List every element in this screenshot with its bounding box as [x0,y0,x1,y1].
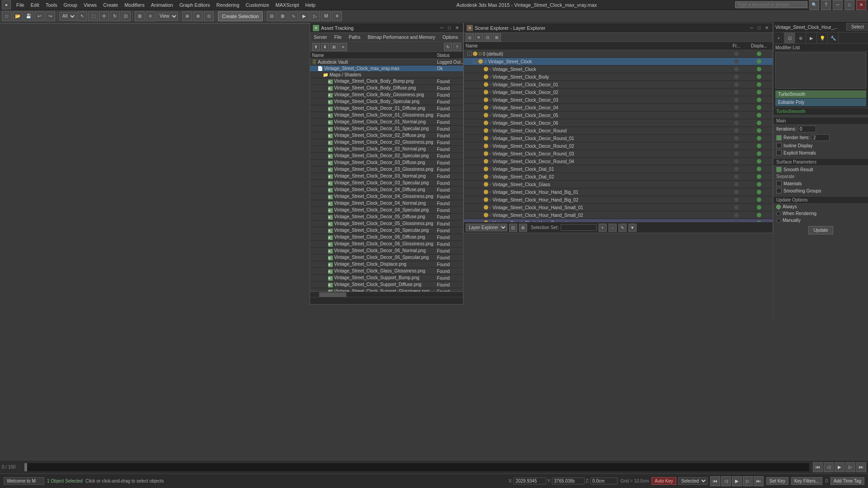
menu-views[interactable]: Views [81,1,99,9]
menu-help[interactable]: Help [302,1,318,9]
scene-tb-btn4[interactable]: ⊞ [493,33,501,42]
ts-always-option[interactable]: Always [774,204,868,210]
redo-btn[interactable]: ↪ [45,11,55,21]
scene-tree-item[interactable]: ○ Vintage_Street_Clock_Decor_Round [464,127,773,135]
asset-menu-bitmap[interactable]: Bitmap Performance and Memory [366,34,437,40]
asset-scrollbar[interactable] [310,291,463,297]
ts-when-rendering-radio[interactable] [776,211,781,216]
ts-explicit-checkbox[interactable] [776,150,782,155]
scene-tree-item[interactable]: ○ Vintage_Street_Clock_Decor_Round_03 [464,150,773,158]
scene-tree-item[interactable]: - ◎ Vintage_Street_Clock [464,58,773,66]
selection-set-input[interactable] [561,224,597,231]
move-btn[interactable]: ✛ [99,11,109,21]
ts-manually-option[interactable]: Manually [774,217,868,223]
asset-row[interactable]: ■Vintage_Street_Clock_Decor_04_Normal.pn… [310,200,463,207]
menu-tools[interactable]: Tools [43,1,60,9]
asset-row[interactable]: ■Vintage_Street_Clock_Decor_06_Glossines… [310,241,463,248]
asset-menu-paths[interactable]: Paths [347,34,363,40]
scene-tree-item[interactable]: ○ Vintage_Street_Clock_Decor_04 [464,104,773,112]
z-coord-input[interactable] [590,478,618,484]
layer-btn[interactable]: ⊠ [278,11,288,21]
asset-row[interactable]: ■Vintage_Street_Clock_Decor_04_Glossines… [310,193,463,200]
asset-row[interactable]: ■Vintage_Street_Clock_Decor_05_Diffuse.p… [310,214,463,221]
scene-tree-item[interactable]: ○ Vintage_Street_Clock_Decor_Round_02 [464,142,773,150]
set-key-button[interactable]: Set Key [766,477,788,485]
scene-tree-item[interactable]: ○ Vintage_Street_Clock_Decor_06 [464,119,773,127]
play-btn[interactable]: ▶ [835,462,844,472]
ts-update-button[interactable]: Update [808,226,833,235]
save-btn[interactable]: 💾 [24,11,33,21]
scene-tree-item[interactable]: ○ Vintage_Street_Clock_Glass [464,181,773,188]
asset-row[interactable]: ■Vintage_Street_Clock_Support_Bump.png F… [310,275,463,282]
asset-row[interactable]: ■Vintage_Street_Clock_Decor_05_Glossines… [310,221,463,227]
timeline-thumb[interactable] [24,463,27,471]
asset-row[interactable]: ■Vintage_Street_Clock_Decor_02_Diffuse.p… [310,132,463,139]
asset-menu-file[interactable]: File [332,34,343,40]
scene-tree-item[interactable]: ○ Vintage_Street_Clock [464,66,773,73]
align-btn[interactable]: ≡ [146,11,156,21]
select-filter-dropdown[interactable]: All [59,12,76,21]
scene-menu-select[interactable]: Select [847,23,868,30]
rotate-btn[interactable]: ↻ [110,11,120,21]
menu-rendering[interactable]: Rendering [214,1,242,9]
select-btn[interactable]: ↖ [77,11,87,21]
menu-create[interactable]: Create [100,1,121,9]
tab-hierarchy[interactable]: ⊕ [795,33,806,43]
curve-btn[interactable]: ∿ [288,11,298,21]
asset-row[interactable]: ■Vintage_Street_Clock_Decor_01_Diffuse.p… [310,105,463,112]
scene-tree-item[interactable]: ○ Vintage_Street_Clock_Hour_Hand_Small_0… [464,211,773,219]
ts-iterations-input[interactable] [798,126,816,132]
menu-file[interactable]: File [14,1,27,9]
asset-row[interactable]: ■Vintage_Street_Clock_Decor_02_Glossines… [310,139,463,146]
create-selection-button[interactable]: Create Selection [218,11,263,21]
asset-row[interactable]: ■Vintage_Street_Clock_Decor_04_Specular.… [310,207,463,214]
asset-row[interactable]: ■Vintage_Street_Clock_Decor_03_Glossines… [310,166,463,173]
scene-tree-item[interactable]: - ⊡ 0 (default) [464,50,773,58]
scene-tree-item[interactable]: ○ Vintage_Street_Clock_Decor_05 [464,112,773,119]
scene-panel-minimize[interactable]: ─ [749,25,755,30]
scene-panel-close[interactable]: ✕ [764,25,770,30]
asset-panel-minimize[interactable]: ─ [439,25,445,30]
tab-utilities[interactable]: 🔧 [828,33,839,43]
scene-tree-item[interactable]: ○ Vintage_Street_Clock_Hour_Hand_Big_01 [464,188,773,196]
scene-footer-btn5[interactable]: ✎ [618,224,627,232]
scene-footer-btn2[interactable]: ⊞ [519,224,527,232]
menu-animation[interactable]: Animation [148,1,176,9]
asset-row[interactable]: ■Vintage_Street_Clock_Decor_04_Diffuse.p… [310,187,463,193]
scene-footer-btn6[interactable]: ▼ [628,224,637,232]
asset-row[interactable]: ■Vintage_Street_Clock_Body_Specular.png … [310,99,463,105]
scene-tb-btn1[interactable]: ◎ [466,33,474,42]
ts-render-iters-input[interactable] [811,134,830,141]
minimize-btn[interactable]: ─ [833,0,843,10]
scene-tree-item[interactable]: ○ Vintage_Street_Clock_Dial_02 [464,173,773,181]
menu-modifiers[interactable]: Modifiers [122,1,147,9]
tab-create[interactable]: + [774,33,784,43]
menu-customize[interactable]: Customize [243,1,272,9]
viewport[interactable]: Total Polys: 180,574 Verts: 101,695 FPS:… [0,23,310,23]
key-filters-button[interactable]: Key Filters... [791,477,823,485]
status-play-start[interactable]: ⏮ [710,476,720,486]
asset-toolbar-btn2[interactable]: ⬇ [321,43,329,51]
scene-tree-item[interactable]: ○ Vintage_Street_Clock_Decor_01 [464,81,773,89]
asset-row[interactable]: ■Vintage_Street_Clock_Decor_03_Specular.… [310,180,463,187]
asset-row[interactable]: ■Vintage_Street_Clock_Decor_01_Specular.… [310,126,463,132]
status-play-end[interactable]: ⏭ [754,476,764,486]
tab-display[interactable]: 💡 [817,33,828,43]
ts-when-rendering-option[interactable]: When Rendering [774,211,868,216]
play-start-btn[interactable]: ⏮ [813,462,823,472]
asset-row[interactable]: ■Vintage_Street_Clock_Decor_06_Normal.pn… [310,248,463,254]
search-btn[interactable]: 🔍 [809,0,819,10]
asset-row[interactable]: ■Vintage_Street_Clock_Decor_01_Normal.pn… [310,119,463,126]
ts-render-iters-checkbox[interactable] [776,135,782,141]
asset-row[interactable]: ■Vintage_Street_Clock_Body_Bump.png Foun… [310,78,463,85]
scene-tree-item[interactable]: ○ Vintage_Street_Clock_Decor_02 [464,89,773,96]
ts-manually-radio[interactable] [776,218,781,223]
menu-maxscript[interactable]: MAXScript [273,1,302,9]
menu-group[interactable]: Group [61,1,80,9]
help-btn[interactable]: ? [821,0,831,10]
ts-smoothing-checkbox[interactable] [776,188,782,193]
asset-row[interactable]: ■Vintage_Street_Clock_Decor_02_Normal.pn… [310,146,463,153]
asset-scrollbar-thumb[interactable] [319,292,346,297]
add-time-tag-button[interactable]: Add Time Tag [830,477,864,485]
scene-tree[interactable]: - ⊡ 0 (default) - ◎ Vintage_Street_Clock… [464,50,773,222]
